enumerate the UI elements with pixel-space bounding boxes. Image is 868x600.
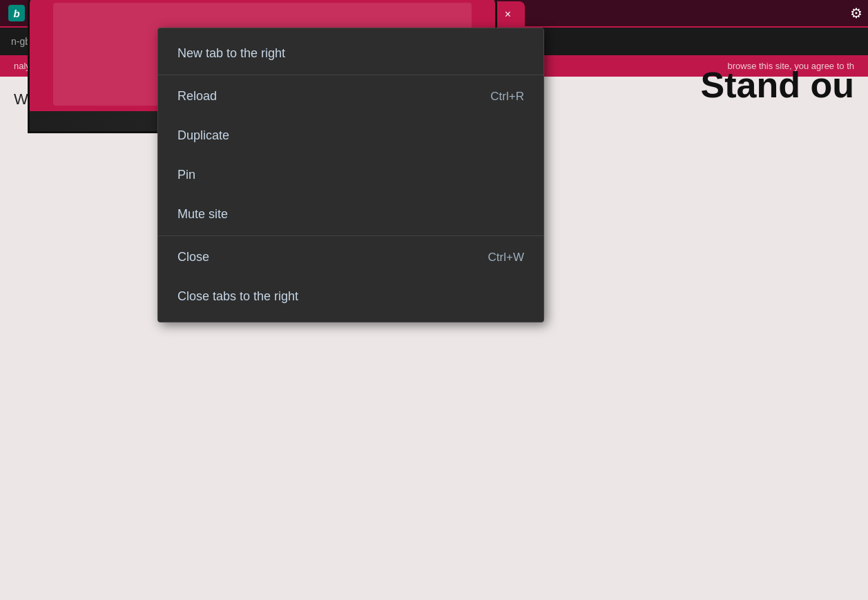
menu-item-reload-shortcut: Ctrl+R [490,90,524,104]
menu-item-mute-label: Mute site [177,207,228,222]
context-menu: New tab to the right Reload Ctrl+R Dupli… [157,28,544,322]
menu-section-top: New tab to the right [158,28,543,73]
menu-item-mute[interactable]: Mute site [158,195,543,234]
menu-item-pin-label: Pin [177,168,195,182]
menu-item-reload[interactable]: Reload Ctrl+R [158,77,543,116]
menu-item-close[interactable]: Close Ctrl+W [158,238,543,277]
menu-section-bottom: Close Ctrl+W Close tabs to the right [158,238,543,322]
menu-item-close-tabs-right-label: Close tabs to the right [177,289,298,304]
menu-item-pin[interactable]: Pin [158,155,543,195]
menu-item-duplicate-label: Duplicate [177,128,229,143]
bing-icon: b [8,5,25,21]
menu-item-close-shortcut: Ctrl+W [488,251,524,264]
tab-close-button[interactable]: × [501,7,515,22]
menu-item-close-tabs-right[interactable]: Close tabs to the right [158,277,543,316]
menu-divider-2 [158,235,543,236]
menu-item-reload-label: Reload [177,89,217,104]
settings-button[interactable]: ⚙ [850,5,862,21]
menu-item-duplicate[interactable]: Duplicate [158,116,543,155]
menu-item-close-label: Close [177,250,209,264]
stand-out-text: Stand ou [701,64,854,106]
menu-item-new-tab-right-label: New tab to the right [177,46,285,61]
menu-section-middle: Reload Ctrl+R Duplicate Pin Mute site [158,77,543,234]
menu-divider-1 [158,75,543,75]
menu-item-new-tab-right[interactable]: New tab to the right [158,34,543,73]
